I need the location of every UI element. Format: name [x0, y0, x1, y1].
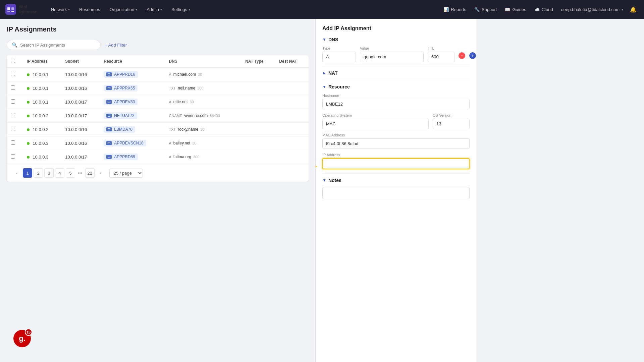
cell-ip-3: 10.0.0.2 — [23, 109, 61, 123]
cell-nat-type-3 — [241, 109, 275, 123]
monitor-icon-4 — [106, 127, 112, 131]
svg-rect-4 — [11, 11, 14, 12]
cell-ip-2: 10.0.0.1 — [23, 95, 61, 109]
row-checkbox-2[interactable] — [11, 99, 15, 104]
resource-badge-4[interactable]: LBMDA70 — [104, 126, 135, 133]
badge-count: 15 — [25, 328, 32, 336]
nav-guides[interactable]: 📖 Guides — [501, 5, 529, 14]
logo[interactable]: tidal lightmesh — [5, 4, 38, 15]
dns-ttl-input[interactable] — [428, 52, 454, 62]
dns-ttl-label: TTL — [428, 46, 454, 50]
cell-resource-0: APPPRD16 — [100, 68, 165, 81]
col-resource: Resource — [100, 55, 165, 68]
resource-badge-2[interactable]: APPDEV83 — [104, 99, 138, 105]
cell-ip-0: 10.0.0.1 — [23, 68, 61, 81]
nav-organization[interactable]: Organization ▾ — [105, 5, 141, 14]
dns-remove-button[interactable]: − — [459, 52, 465, 59]
resource-badge-3[interactable]: NETUAT72 — [104, 112, 137, 119]
collapse-icon-2: ▼ — [322, 84, 326, 89]
resource-badge-0[interactable]: APPPRD16 — [104, 71, 138, 78]
notes-section-header[interactable]: ▼ Notes — [322, 178, 470, 183]
row-checkbox-1[interactable] — [11, 85, 15, 90]
notes-input[interactable] — [322, 187, 470, 199]
resource-badge-5[interactable]: APPDEVSCN18 — [104, 140, 146, 146]
nav-settings[interactable]: Settings ▾ — [167, 5, 194, 14]
guides-icon: 📖 — [505, 7, 510, 12]
notification-badge-overlay: g. 15 — [13, 330, 32, 349]
add-filter-button[interactable]: + Add Filter — [105, 43, 127, 48]
page-5-button[interactable]: 5 — [66, 168, 75, 178]
nav-admin[interactable]: Admin ▾ — [143, 5, 166, 14]
nav-resources[interactable]: Resources — [75, 5, 104, 14]
chevron-down-icon: ▾ — [622, 8, 623, 11]
right-panel: Add IP Assignment ▼ DNS Type Value TTL −… — [315, 19, 476, 362]
notification-badge: g. 15 — [13, 330, 31, 347]
next-page-button[interactable]: › — [96, 168, 105, 178]
notification-bell[interactable]: 🔔 — [628, 4, 639, 15]
nav-support[interactable]: 🔧 Support — [471, 5, 500, 14]
cell-subnet-0: 10.0.0.0/16 — [61, 68, 100, 81]
ip-address-form-row: IP Address — [322, 153, 470, 169]
chart-icon: 📊 — [443, 7, 449, 12]
page-1-button[interactable]: 1 — [23, 168, 32, 178]
cell-resource-2: APPDEV83 — [100, 95, 165, 109]
cloud-icon: ☁️ — [534, 7, 540, 12]
nav-cloud[interactable]: ☁️ Cloud — [531, 5, 556, 14]
page-22-button[interactable]: 22 — [85, 168, 95, 178]
dns-section-header[interactable]: ▼ DNS — [322, 37, 470, 42]
dns-value-input[interactable] — [360, 52, 424, 62]
monitor-icon-6 — [106, 155, 112, 159]
cell-subnet-6: 10.0.0.0/17 — [61, 150, 100, 164]
support-icon: 🔧 — [474, 7, 480, 12]
search-icon: 🔍 — [12, 42, 17, 48]
cell-dest-nat-1 — [275, 81, 309, 95]
select-all-checkbox[interactable] — [11, 59, 15, 63]
mac-label: MAC Address — [322, 133, 470, 137]
nav-user[interactable]: deep.bhalotia@tidalcloud.com ▾ — [558, 5, 627, 14]
cell-dns-4: TXT rocky.name 30 — [165, 123, 241, 136]
row-checkbox-4[interactable] — [11, 127, 15, 131]
per-page-select[interactable]: 25 / page 50 / page 100 / page — [109, 169, 143, 178]
ip-address-input[interactable] — [322, 158, 470, 169]
dns-type-value-row: Type Value TTL − + — [322, 46, 470, 62]
os-version-input[interactable] — [433, 119, 470, 129]
logo-icon — [5, 4, 16, 15]
page-4-button[interactable]: 4 — [55, 168, 64, 178]
svg-rect-3 — [7, 11, 10, 12]
cell-subnet-2: 10.0.0.0/17 — [61, 95, 100, 109]
resource-section-header[interactable]: ▼ Resource — [322, 84, 470, 89]
search-box[interactable]: 🔍 — [7, 40, 101, 50]
nav-network[interactable]: Network ▾ — [47, 5, 74, 14]
mac-input[interactable] — [322, 138, 470, 149]
hostname-input[interactable] — [322, 99, 470, 109]
row-checkbox-6[interactable] — [11, 154, 15, 159]
table-row: 10.0.0.3 10.0.0.0/16 APPDEVSCN18 A baile… — [7, 136, 309, 150]
left-panel: IP Assignments 🔍 + Add Filter IP Address… — [0, 19, 315, 362]
cell-subnet-5: 10.0.0.0/16 — [61, 136, 100, 150]
page-3-button[interactable]: 3 — [44, 168, 54, 178]
ip-row: IP Address — [322, 153, 470, 169]
col-dns: DNS — [165, 55, 241, 68]
page-2-button[interactable]: 2 — [34, 168, 43, 178]
dns-add-button[interactable]: + — [469, 52, 476, 59]
resource-badge-1[interactable]: APPPRX65 — [104, 85, 138, 92]
dns-type-input[interactable] — [322, 52, 356, 62]
resource-section-title: Resource — [328, 84, 350, 89]
status-dot-0 — [27, 73, 30, 76]
row-checkbox-0[interactable] — [11, 72, 15, 76]
cell-dest-nat-3 — [275, 109, 309, 123]
row-checkbox-3[interactable] — [11, 113, 15, 117]
cell-resource-1: APPPRX65 — [100, 81, 165, 95]
pagination: ‹ 1 2 3 4 5 ••• 22 › 25 / page 50 / page… — [7, 164, 309, 182]
prev-page-button[interactable]: ‹ — [12, 168, 21, 178]
col-ip-address: IP Address — [23, 55, 61, 68]
nat-section-header[interactable]: ► NAT — [322, 70, 470, 76]
os-row: Operating System OS Version — [322, 113, 470, 129]
os-input[interactable] — [322, 119, 429, 129]
nav-reports[interactable]: 📊 Reports — [440, 5, 470, 14]
search-input[interactable] — [20, 43, 96, 48]
mac-group: MAC Address — [322, 133, 470, 149]
resource-badge-6[interactable]: APPPRD89 — [104, 154, 138, 160]
row-checkbox-5[interactable] — [11, 140, 15, 145]
chevron-down-icon: ▾ — [68, 8, 70, 11]
